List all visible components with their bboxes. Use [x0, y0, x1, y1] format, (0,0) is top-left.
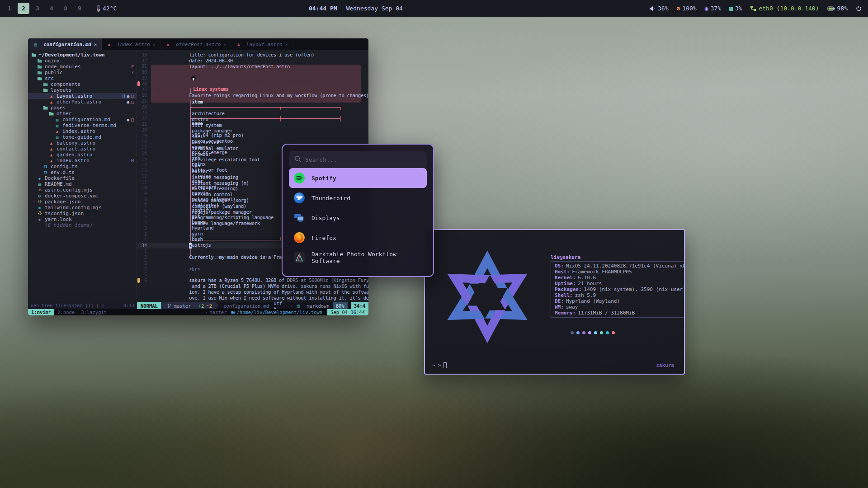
fetch-info-value: Framework FRANMDCP05 [572, 269, 632, 275]
tmux-window[interactable]: 3:lazygit [78, 309, 110, 315]
fetch-info-value: 1409 (nix-system), 2590 (nix-user) [584, 286, 684, 292]
tree-item-badge: □ [131, 117, 134, 122]
tree-item[interactable]: Dockerfile [28, 175, 137, 181]
tree-item[interactable]: tone-guide.md [28, 134, 137, 140]
tab-close-icon[interactable]: × [153, 42, 156, 47]
tree-item[interactable]: tailwind.config.mjs [28, 205, 137, 211]
gutter-sign [137, 214, 140, 219]
tree-item[interactable]: config.ts [28, 164, 137, 169]
workspace-button[interactable]: 4 [46, 3, 57, 14]
tmux-window[interactable]: 2:node [54, 309, 78, 315]
fetch-info-row: OS: NixOS 24.11.20240828.71e91c4 (Vicuna… [555, 263, 684, 269]
folder-icon [42, 82, 48, 87]
tree-item[interactable]: pages [28, 105, 137, 111]
tmux-statusbar: 1:nvim* 2:node 3:lazygit › master /home/… [28, 309, 368, 315]
tree-item[interactable]: otherPost.astro ● □ [28, 99, 137, 105]
tree-item[interactable]: public ? [28, 70, 137, 75]
battery-value: 98% [837, 5, 848, 12]
launcher-item-spotify[interactable]: Spotify [289, 168, 427, 188]
gutter-sign [137, 220, 140, 225]
tree-item[interactable]: yarn.lock [28, 216, 137, 222]
tree-item[interactable]: fediverse-terms.md [28, 122, 137, 128]
tree-item-badge: ● [127, 94, 130, 99]
tree-item[interactable]: other [28, 111, 137, 117]
tab-label: configuration.md [43, 42, 91, 47]
search-input[interactable] [305, 156, 421, 163]
power-button[interactable] [856, 5, 862, 11]
tree-item[interactable]: balcony.astro [28, 140, 137, 146]
astro-file-icon [236, 42, 241, 47]
tree-item-badges: ● □ [127, 99, 134, 104]
tree-item[interactable]: nginx [28, 58, 137, 64]
typescript-file-icon [42, 164, 48, 169]
workspace-button[interactable]: 3 [32, 3, 43, 14]
launcher-item-darktable[interactable]: Darktable Photo Workflow Software [289, 248, 427, 267]
workspace-button[interactable]: 1 [4, 3, 15, 14]
launcher-item-firefox[interactable]: Firefox [289, 228, 427, 248]
editor-line[interactable]: ove. I use Nix when I need software with… [137, 295, 368, 300]
desktop: { "theme":{"accent_teal":"#76d0c3","acce… [0, 0, 868, 488]
fetch-info-label: WM: [555, 304, 564, 310]
tab-close-icon[interactable]: × [94, 42, 97, 47]
tree-item[interactable]: node_modules E [28, 64, 137, 70]
tree-item[interactable]: layouts [28, 87, 137, 93]
tree-item[interactable]: src [28, 75, 137, 81]
vim-mode-indicator: NORMAL [137, 302, 161, 309]
tab-label: otherPost.astro [176, 42, 221, 47]
temperature-value: 42°C [103, 5, 117, 12]
tree-item[interactable]: Layout.astro H ● □ [28, 93, 137, 99]
tree-item[interactable]: garden.astro [28, 152, 137, 158]
tree-item[interactable]: package.json [28, 199, 137, 205]
tree-item[interactable]: (6 hidden items) [28, 222, 137, 228]
launcher-item-displays[interactable]: Displays [289, 208, 427, 228]
tree-item[interactable]: env.d.ts [28, 169, 137, 175]
tree-item-label: index.astro [62, 128, 95, 134]
launcher-item-thunderbird[interactable]: Thunderbird [289, 188, 427, 208]
fetch-info-value: sway [566, 304, 578, 310]
palette-dot [594, 331, 597, 334]
gutter-sign [137, 197, 140, 202]
shell-prompt[interactable]: ~ > [432, 362, 447, 368]
editor-tab[interactable]: Layout.astro × [231, 38, 293, 50]
editor-tab[interactable]: otherPost.astro × [160, 38, 231, 50]
gutter-sign [137, 87, 140, 92]
tree-item[interactable]: README.md [28, 181, 137, 187]
fetch-info-row: Kernel: 6.10.6 [555, 275, 684, 281]
tree-item[interactable]: astro.config.mjs [28, 187, 137, 193]
workspace-button[interactable]: 8 [60, 3, 71, 14]
line-number: 4 [140, 220, 151, 225]
git-branch-icon [167, 303, 171, 308]
launcher-item-label: Firefox [311, 235, 336, 241]
git-branch-name: master [174, 303, 191, 309]
editor-tab[interactable]: index.astro × [102, 38, 160, 50]
tree-item[interactable]: index.astro [28, 128, 137, 134]
gutter-sign [137, 185, 140, 190]
tmux-window[interactable]: 1:nvim* [28, 309, 54, 315]
tab-close-icon[interactable]: × [223, 42, 226, 47]
tree-item[interactable]: tsconfig.json [28, 211, 137, 216]
tree-item[interactable]: configuration.md ● □ [28, 117, 137, 122]
folder-icon [37, 70, 42, 75]
network-value: eth0 (10.0.0.140) [759, 5, 819, 12]
tree-item-label: nginx [45, 58, 60, 64]
workspace-button[interactable]: 9 [74, 3, 85, 14]
editor-tab[interactable]: configuration.md × [28, 38, 102, 50]
tree-item[interactable]: docker-compose.yml [28, 193, 137, 199]
line-number: 7 [140, 203, 151, 208]
tree-item[interactable]: ~/Development/liv.town [28, 52, 137, 58]
line-number: 23 [140, 110, 151, 115]
gutter-sign [137, 284, 140, 289]
tab-close-icon[interactable]: × [285, 42, 288, 47]
tree-item[interactable]: index.astro H [28, 158, 137, 164]
workspace-button[interactable]: 2 [18, 3, 29, 14]
tree-item-label: ~/Development/liv.town [39, 52, 105, 58]
tree-item-badges: E [131, 64, 134, 69]
tree-item-label: README.md [45, 181, 72, 187]
typescript-file-icon [42, 170, 48, 175]
tree-item[interactable]: components [28, 81, 137, 87]
tree-item-badges: H [131, 158, 134, 163]
tree-item[interactable]: contact.astro [28, 146, 137, 152]
launcher-searchbox[interactable] [289, 151, 427, 168]
palette-dot [600, 331, 603, 334]
gutter-sign [137, 226, 140, 231]
